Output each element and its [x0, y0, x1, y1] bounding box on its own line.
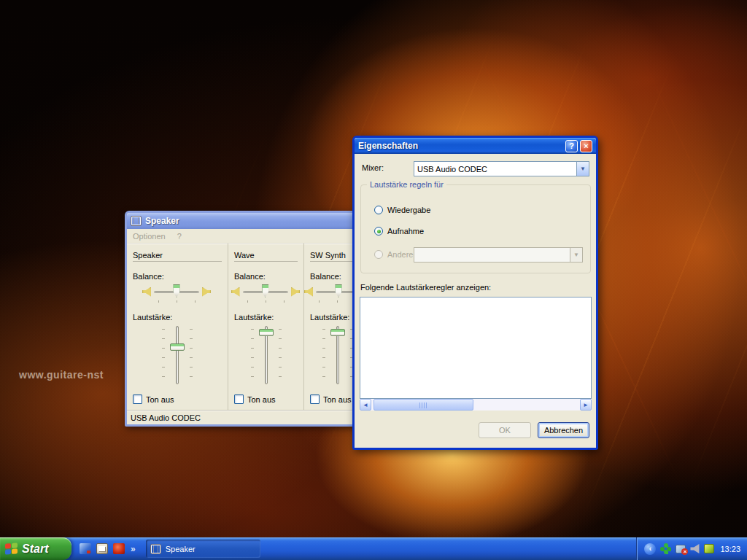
mute-label: Ton aus [146, 395, 174, 404]
balance-label: Balance: [234, 272, 298, 281]
volume-slider-trackwrap [170, 326, 185, 384]
balance-slider-thumb[interactable] [261, 284, 269, 298]
close-button[interactable]: × [580, 140, 592, 152]
volume-slider[interactable] [127, 326, 228, 386]
radio-row-andere[interactable]: Andere [374, 250, 413, 259]
menu-item-help[interactable]: ? [177, 232, 182, 241]
radio-wiedergabe-label: Wiedergabe [387, 206, 430, 214]
speaker-right-icon [290, 287, 300, 297]
volume-ticks-left [162, 329, 165, 383]
channel-wave: Wave Balance: Lautstärke: [228, 244, 304, 410]
volume-control-icon [150, 544, 161, 554]
tray-display-settings-icon[interactable] [704, 544, 714, 553]
balance-ticks [158, 300, 196, 303]
quick-launch-overflow-icon[interactable]: » [131, 544, 136, 554]
volume-slider-thumb[interactable] [330, 329, 345, 336]
taskbar-clock: 13:23 [720, 545, 740, 553]
menu-item-optionen[interactable]: Optionen [133, 232, 166, 241]
horizontal-scrollbar[interactable]: ◄ ► [360, 399, 592, 411]
properties-dialog: Eigenschaften ? × Mixer: USB Audio CODEC… [352, 136, 598, 450]
list-label: Folgende Lautstärkeregler anzeigen: [360, 283, 491, 292]
speaker-right-icon [201, 287, 211, 297]
quick-launch-app-icon[interactable] [80, 543, 91, 554]
balance-row [231, 284, 301, 300]
balance-slider[interactable] [243, 284, 288, 300]
chevron-down-icon[interactable]: ▼ [570, 248, 582, 262]
wallpaper-watermark: www.guitare-nst [19, 369, 104, 381]
statusbar-text: USB Audio CODEC [131, 413, 201, 422]
mixer-combobox[interactable]: USB Audio CODEC ▼ [414, 161, 589, 176]
ok-button[interactable]: OK [479, 422, 531, 438]
balance-row [142, 284, 212, 300]
volume-label: Lautstärke: [234, 313, 298, 322]
volume-slider-thumb[interactable] [259, 329, 274, 336]
volume-ticks-right [190, 329, 193, 383]
balance-slider-thumb[interactable] [335, 284, 343, 298]
mute-label: Ton aus [247, 395, 276, 404]
cancel-button[interactable]: Abbrechen [538, 422, 589, 438]
start-button-label: Start [22, 542, 48, 556]
speaker-menubar: Optionen ? [127, 229, 371, 244]
mute-row: Ton aus [310, 394, 352, 404]
scroll-right-icon[interactable]: ► [580, 399, 592, 411]
mute-checkbox[interactable] [310, 394, 320, 404]
volume-ticks-left [322, 329, 325, 383]
taskbar-button-speaker[interactable]: Speaker [146, 540, 260, 558]
volume-ticks-right [279, 329, 282, 383]
scrollbar-thumb[interactable] [374, 399, 473, 411]
radio-andere-label: Andere [387, 250, 413, 259]
mute-checkbox[interactable] [234, 394, 244, 404]
tray-volume-icon[interactable] [690, 544, 700, 553]
scroll-left-icon[interactable]: ◄ [360, 399, 371, 411]
speaker-window-title: Speaker [145, 216, 179, 226]
radio-wiedergabe[interactable] [374, 206, 383, 214]
quick-launch-bar: » [80, 543, 136, 554]
channel-speaker: Speaker Balance: Lautstärke: [127, 244, 228, 410]
channel-name-rule [234, 261, 298, 262]
channel-name: Speaker [133, 251, 222, 260]
speaker-window-titlebar[interactable]: Speaker [127, 213, 371, 229]
balance-ticks [319, 300, 357, 303]
quick-launch-red-app-icon[interactable] [113, 543, 125, 554]
speaker-left-icon [142, 287, 152, 297]
windows-flag-icon [5, 542, 18, 554]
balance-slider[interactable] [154, 284, 199, 300]
volume-controls-listbox[interactable] [360, 297, 592, 399]
mixer-combobox-value: USB Audio CODEC [417, 165, 487, 174]
channel-strip-container: Speaker Balance: Lautstärke: [127, 244, 371, 410]
taskbar: Start » Speaker ‹ 13:23 [0, 537, 747, 560]
andere-combobox[interactable]: ▼ [414, 247, 583, 262]
dialog-body: Mixer: USB Audio CODEC ▼ Lautstärke rege… [355, 154, 596, 448]
volume-control-icon [131, 216, 142, 226]
mixer-label: Mixer: [362, 163, 384, 172]
scrollbar-track[interactable] [371, 399, 580, 411]
radio-row-wiedergabe[interactable]: Wiedergabe [374, 206, 430, 214]
radio-row-aufnahme[interactable]: Aufnahme [374, 227, 424, 236]
channel-name-rule [133, 261, 222, 262]
volume-slider-track [176, 326, 179, 384]
start-button[interactable]: Start [0, 537, 71, 560]
tray-network-error-icon[interactable] [676, 545, 686, 553]
radio-aufnahme[interactable] [374, 227, 383, 236]
radio-andere[interactable] [374, 250, 383, 259]
taskbar-button-label: Speaker [166, 545, 196, 553]
volume-slider-trackwrap [330, 326, 345, 384]
tray-clover-icon[interactable] [660, 543, 671, 554]
dialog-titlebar[interactable]: Eigenschaften ? × [355, 138, 596, 154]
speaker-statusbar: USB Audio CODEC [127, 410, 371, 424]
volume-ticks-left [251, 329, 254, 383]
volume-slider-trackwrap [259, 326, 274, 384]
adjust-volume-groupbox: Lautstärke regeln für Wiedergabe Aufnahm… [360, 184, 591, 273]
speaker-window: Speaker Optionen ? Speaker Balance: Laut… [125, 211, 374, 427]
show-desktop-icon[interactable] [96, 543, 108, 554]
tray-collapse-icon[interactable]: ‹ [644, 543, 656, 555]
mute-checkbox[interactable] [133, 394, 142, 404]
dialog-title: Eigenschaften [358, 141, 418, 151]
volume-slider[interactable] [228, 326, 303, 386]
balance-slider-thumb[interactable] [173, 284, 181, 298]
speaker-left-icon [231, 287, 241, 297]
chevron-down-icon[interactable]: ▼ [576, 162, 589, 176]
speaker-left-icon [304, 287, 314, 297]
help-button[interactable]: ? [565, 140, 578, 152]
volume-slider-thumb[interactable] [170, 343, 185, 351]
